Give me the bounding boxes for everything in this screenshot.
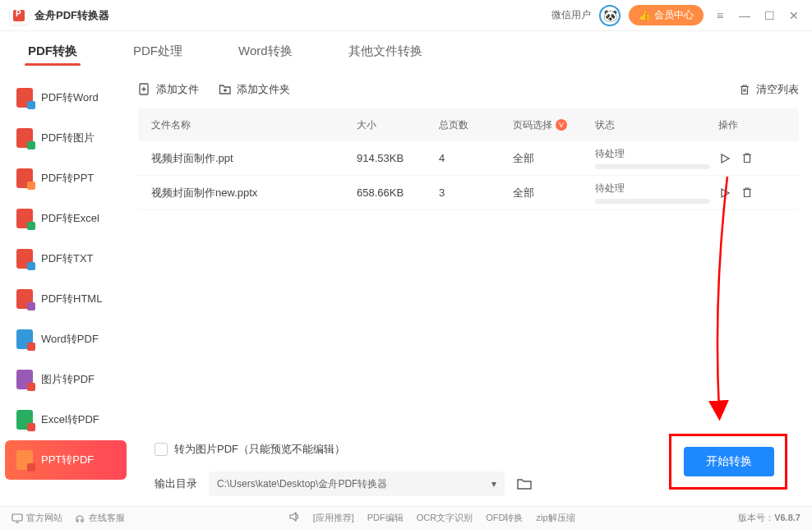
close-icon[interactable]: ✕ xyxy=(786,7,802,24)
footer-link-ofd[interactable]: OFD转换 xyxy=(486,512,523,524)
monitor-icon xyxy=(12,513,23,523)
add-file-button[interactable]: 添加文件 xyxy=(138,82,199,97)
bottom-panel: 转为图片PDF（只能预览不能编辑） 输出目录 C:\Users\kate\Des… xyxy=(138,427,799,506)
delete-icon[interactable] xyxy=(741,186,753,200)
sidebar-item-image-to-pdf[interactable]: 图片转PDF xyxy=(5,360,127,399)
sidebar-item-word-to-pdf[interactable]: Word转PDF xyxy=(5,320,127,359)
word-pdf-icon xyxy=(16,329,33,349)
vip-badge-icon: V xyxy=(556,119,567,131)
sidebar-item-excel-to-pdf[interactable]: Excel转PDF xyxy=(5,400,127,439)
minimize-icon[interactable]: — xyxy=(736,7,753,24)
version-label: 版本号：V6.8.7 xyxy=(738,512,800,524)
footer: 官方网站 在线客服 [应用推荐] PDF编辑 OCR文字识别 OFD转换 zip… xyxy=(0,506,812,529)
main-tabs: PDF转换 PDF处理 Word转换 其他文件转换 xyxy=(0,31,812,71)
sidebar-item-pdf-to-word[interactable]: PDF转Word xyxy=(5,78,127,117)
file-toolbar: 添加文件 添加文件夹 清空列表 xyxy=(138,71,799,108)
headset-icon xyxy=(74,513,85,524)
tab-word-convert[interactable]: Word转换 xyxy=(235,35,296,67)
tab-other-convert[interactable]: 其他文件转换 xyxy=(345,35,426,67)
col-header-name: 文件名称 xyxy=(151,118,357,132)
pdf-word-icon xyxy=(16,88,33,108)
footer-link-recommend[interactable]: [应用推荐] xyxy=(313,512,354,524)
add-folder-icon xyxy=(219,83,232,96)
pdf-ppt-icon xyxy=(16,168,33,188)
member-center-button[interactable]: 👍 会员中心 xyxy=(629,5,704,25)
maximize-icon[interactable]: ☐ xyxy=(761,7,777,24)
pdf-excel-icon xyxy=(16,209,33,228)
pdf-html-icon xyxy=(16,289,33,309)
play-icon[interactable] xyxy=(718,152,731,165)
tab-pdf-process[interactable]: PDF处理 xyxy=(130,35,186,67)
chevron-down-icon: ▾ xyxy=(491,478,496,490)
delete-icon[interactable] xyxy=(741,152,753,165)
thumbs-up-icon: 👍 xyxy=(639,10,651,21)
col-header-status: 状态 xyxy=(595,118,718,132)
clear-list-button[interactable]: 清空列表 xyxy=(738,82,799,97)
sidebar-item-pdf-to-ppt[interactable]: PDF转PPT xyxy=(5,159,127,198)
output-path-dropdown[interactable]: C:\Users\kate\Desktop\金舟PDF转换器 ▾ xyxy=(209,472,505,496)
sidebar-item-pdf-to-html[interactable]: PDF转HTML xyxy=(5,279,127,319)
app-title: 金舟PDF转换器 xyxy=(35,8,109,23)
start-convert-button[interactable]: 开始转换 xyxy=(684,447,774,476)
excel-pdf-icon xyxy=(16,410,33,430)
titlebar: 金舟PDF转换器 微信用户 🐼 👍 会员中心 ≡ — ☐ ✕ xyxy=(0,0,812,31)
sidebar-item-ppt-to-pdf[interactable]: PPT转PDF xyxy=(5,440,127,480)
content-area: 添加文件 添加文件夹 清空列表 文件名称 大小 总页数 页码选择V 状态 操作 … xyxy=(131,71,812,506)
col-header-size: 大小 xyxy=(357,118,439,132)
online-service-link[interactable]: 在线客服 xyxy=(74,512,125,524)
sidebar-item-pdf-to-excel[interactable]: PDF转Excel xyxy=(5,199,127,238)
footer-link-pdf-edit[interactable]: PDF编辑 xyxy=(367,512,404,524)
footer-link-zip[interactable]: zip解压缩 xyxy=(536,512,574,524)
checkbox-label: 转为图片PDF（只能预览不能编辑） xyxy=(174,442,345,457)
add-file-icon xyxy=(138,83,151,96)
menu-icon[interactable]: ≡ xyxy=(712,7,728,24)
col-header-pages: 总页数 xyxy=(439,118,513,132)
pdf-txt-icon xyxy=(16,249,33,269)
official-site-link[interactable]: 官方网站 xyxy=(12,512,62,524)
table-row[interactable]: 视频封面制作.ppt 914.53KB 4 全部 待处理 xyxy=(138,141,799,176)
footer-link-ocr[interactable]: OCR文字识别 xyxy=(417,512,473,524)
table-header: 文件名称 大小 总页数 页码选择V 状态 操作 xyxy=(138,108,799,141)
user-avatar[interactable]: 🐼 xyxy=(599,5,621,26)
play-icon[interactable] xyxy=(718,186,731,200)
pdf-image-icon xyxy=(16,128,33,148)
sidebar-item-pdf-to-image[interactable]: PDF转图片 xyxy=(5,118,127,158)
col-header-select: 页码选择V xyxy=(513,118,595,132)
sidebar: PDF转Word PDF转图片 PDF转PPT PDF转Excel PDF转TX… xyxy=(0,71,131,506)
app-logo xyxy=(10,7,28,25)
tab-pdf-convert[interactable]: PDF转换 xyxy=(25,35,81,67)
output-label: 输出目录 xyxy=(155,476,197,491)
wechat-user-label: 微信用户 xyxy=(551,8,591,22)
image-pdf-checkbox[interactable] xyxy=(155,443,168,456)
speaker-icon xyxy=(288,512,300,524)
col-header-ops: 操作 xyxy=(718,118,786,132)
image-pdf-icon xyxy=(16,370,33,389)
add-folder-button[interactable]: 添加文件夹 xyxy=(219,82,290,97)
ppt-pdf-icon xyxy=(16,450,33,470)
table-row[interactable]: 视频封面制作new.pptx 658.66KB 3 全部 待处理 xyxy=(138,176,799,210)
svg-rect-1 xyxy=(12,514,22,521)
browse-folder-icon[interactable] xyxy=(516,476,533,491)
sidebar-item-pdf-to-txt[interactable]: PDF转TXT xyxy=(5,239,127,278)
trash-icon xyxy=(738,83,751,96)
